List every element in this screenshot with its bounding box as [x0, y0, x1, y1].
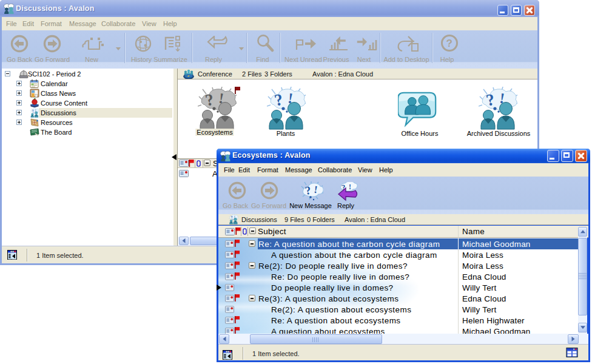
svg-text:!: ! [349, 183, 351, 191]
svg-text:?: ? [446, 38, 452, 49]
